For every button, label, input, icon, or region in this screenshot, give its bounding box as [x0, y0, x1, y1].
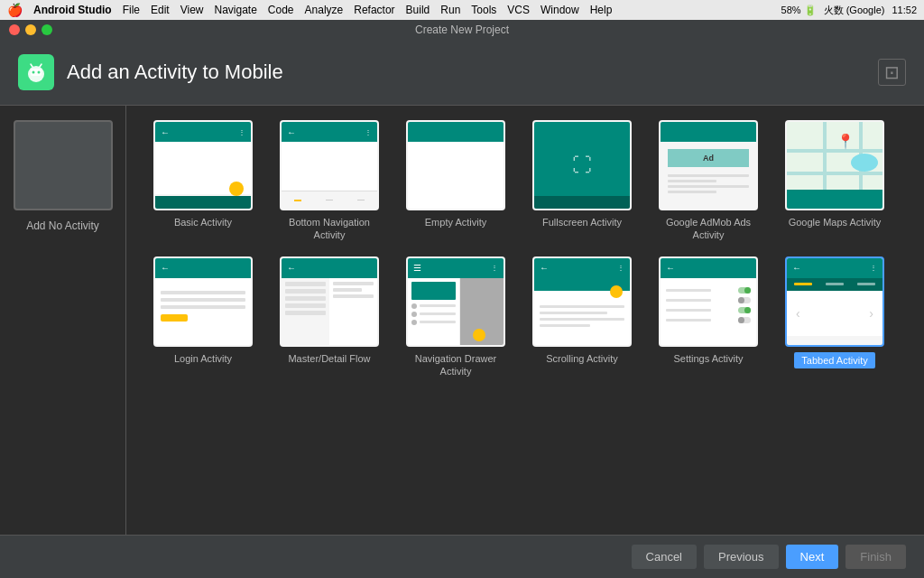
svg-line-5 [40, 64, 42, 67]
activity-item-bottom-nav[interactable]: ← ⋮ Bottom Navigation Activity [271, 120, 388, 242]
minimize-button[interactable] [25, 24, 36, 35]
finish-button[interactable]: Finish [845, 545, 906, 569]
dialog-header: Add an Activity to Mobile ⊡ [0, 40, 924, 106]
activity-card-empty[interactable] [406, 120, 505, 210]
menu-refactor[interactable]: Refactor [354, 4, 394, 16]
android-studio-logo [18, 54, 54, 90]
activity-item-admob[interactable]: Ad Google AdMob Ads Activity [650, 120, 767, 242]
svg-point-3 [38, 71, 41, 74]
create-project-dialog: Add an Activity to Mobile ⊡ Add No Activ… [0, 40, 924, 578]
menu-build[interactable]: Build [406, 4, 430, 16]
ime-status: 火数 (Google) [824, 4, 885, 17]
activity-item-login[interactable]: ← Login Activity [144, 256, 262, 378]
dialog-footer: Cancel Previous Next Finish [0, 535, 924, 578]
activity-card-nav-drawer[interactable]: ☰ ⋮ [406, 256, 505, 347]
activity-card-maps[interactable]: 📍 [785, 120, 884, 210]
activity-item-maps[interactable]: 📍 Google Maps Activity [776, 120, 893, 242]
activity-item-scrolling[interactable]: ← ⋮ [523, 256, 641, 378]
window-title: Create New Project [415, 23, 509, 36]
activity-label-login: Login Activity [174, 352, 232, 365]
activity-label-settings: Settings Activity [673, 352, 743, 365]
activity-card-tabbed[interactable]: ← ⋮ ‹ › [785, 256, 884, 347]
next-button[interactable]: Next [786, 545, 839, 569]
activity-label-scrolling: Scrolling Activity [546, 352, 617, 365]
apple-menu[interactable]: 🍎 [7, 3, 23, 17]
help-icon[interactable]: ⊡ [878, 59, 906, 86]
activity-label-admob: Google AdMob Ads Activity [659, 216, 758, 242]
activity-card-admob[interactable]: Ad [659, 120, 758, 210]
activity-label-nav-drawer: Navigation Drawer Activity [406, 352, 505, 378]
activity-item-basic[interactable]: ← ⋮ Basic Activity [144, 120, 262, 242]
cancel-button[interactable]: Cancel [632, 545, 697, 569]
menu-help[interactable]: Help [590, 4, 613, 16]
activity-label-maps: Google Maps Activity [789, 216, 882, 228]
previous-button[interactable]: Previous [704, 545, 779, 569]
activity-item-tabbed[interactable]: ← ⋮ ‹ › [776, 256, 893, 378]
ide-titlebar: Create New Project [0, 20, 924, 40]
activity-grid: ← ⋮ Basic Activity [126, 106, 924, 535]
mac-menubar: 🍎 Android Studio File Edit View Navigate… [0, 0, 924, 20]
activity-card-login[interactable]: ← [153, 256, 253, 347]
dialog-title: Add an Activity to Mobile [67, 61, 283, 84]
sidebar: Add No Activity [0, 106, 126, 535]
activity-label-bottom-nav: Bottom Navigation Activity [280, 216, 379, 242]
activity-item-nav-drawer[interactable]: ☰ ⋮ [397, 256, 514, 378]
activity-label-fullscreen: Fullscreen Activity [542, 216, 622, 228]
menu-edit[interactable]: Edit [151, 4, 170, 16]
activity-card-settings[interactable]: ← [659, 256, 758, 347]
menu-file[interactable]: File [123, 4, 140, 16]
activity-card-scrolling[interactable]: ← ⋮ [532, 256, 632, 347]
add-no-activity-card[interactable] [14, 120, 113, 210]
menu-vcs[interactable]: VCS [507, 4, 530, 16]
svg-point-2 [32, 71, 35, 74]
menu-code[interactable]: Code [268, 4, 294, 16]
activity-item-empty[interactable]: Empty Activity [397, 120, 514, 242]
maximize-button[interactable] [42, 24, 52, 35]
menu-view[interactable]: View [180, 4, 204, 16]
close-button[interactable] [9, 24, 20, 35]
activity-card-basic[interactable]: ← ⋮ [153, 120, 253, 210]
menu-navigate[interactable]: Navigate [214, 4, 256, 16]
dialog-content: Add No Activity ← ⋮ [0, 106, 924, 535]
svg-line-4 [31, 64, 32, 67]
window-controls[interactable] [9, 24, 52, 35]
activity-item-master-detail[interactable]: ← [271, 256, 388, 378]
activity-label-basic: Basic Activity [174, 216, 232, 228]
add-no-activity-label: Add No Activity [26, 219, 99, 232]
activity-label-master-detail: Master/Detail Flow [288, 352, 370, 365]
activity-card-fullscreen[interactable]: ⛶ [532, 120, 632, 210]
menu-window[interactable]: Window [541, 4, 579, 16]
activity-item-settings[interactable]: ← [650, 256, 767, 378]
menu-analyze[interactable]: Analyze [305, 4, 344, 16]
activity-item-fullscreen[interactable]: ⛶ Fullscreen Activity [523, 120, 641, 242]
activity-label-empty: Empty Activity [425, 216, 486, 228]
dialog-overlay: Add an Activity to Mobile ⊡ Add No Activ… [0, 40, 924, 578]
activity-card-master-detail[interactable]: ← [280, 256, 379, 347]
clock: 11:52 [892, 5, 917, 15]
app-name[interactable]: Android Studio [33, 4, 112, 16]
menu-run[interactable]: Run [440, 4, 460, 16]
menu-tools[interactable]: Tools [471, 4, 496, 16]
activity-label-tabbed: Tabbed Activity [794, 352, 874, 368]
battery-status: 58% 🔋 [781, 5, 817, 16]
activity-card-bottom-nav[interactable]: ← ⋮ [280, 120, 379, 210]
